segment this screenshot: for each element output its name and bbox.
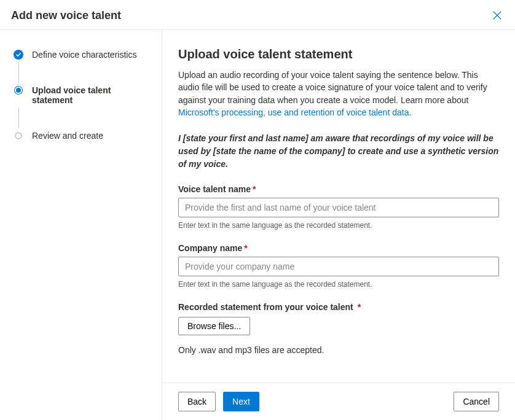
voice-talent-name-input[interactable] xyxy=(178,198,499,217)
company-name-label: Company name* xyxy=(178,243,248,253)
dialog-body: Define voice characteristics Upload voic… xyxy=(0,30,515,420)
step-connector xyxy=(18,62,19,83)
required-mark: * xyxy=(244,243,247,253)
required-mark: * xyxy=(253,184,256,194)
company-name-help: Enter text in the same language as the r… xyxy=(178,280,499,289)
close-icon xyxy=(493,11,501,20)
pending-step-icon xyxy=(15,132,22,139)
main-panel: Upload voice talent statement Upload an … xyxy=(162,30,515,420)
learn-more-link[interactable]: Microsoft's processing, use and retentio… xyxy=(178,107,411,117)
wizard-steps: Define voice characteristics Upload voic… xyxy=(0,30,162,420)
page-heading: Upload voice talent statement xyxy=(178,47,499,61)
step-review-and-create[interactable]: Review and create xyxy=(14,131,152,141)
back-button[interactable]: Back xyxy=(178,392,216,411)
step-upload-voice-talent-statement[interactable]: Upload voice talent statement xyxy=(14,85,152,105)
step-label: Define voice characteristics xyxy=(32,50,136,60)
dialog: Add new voice talent Define voice charac… xyxy=(0,0,515,420)
step-connector xyxy=(18,107,19,128)
required-mark: * xyxy=(358,302,361,312)
step-label: Upload voice talent statement xyxy=(32,85,152,105)
next-button[interactable]: Next xyxy=(223,392,259,411)
main-content: Upload voice talent statement Upload an … xyxy=(162,30,515,383)
dialog-title: Add new voice talent xyxy=(11,9,121,22)
footer-right: Cancel xyxy=(454,392,499,411)
cancel-button[interactable]: Cancel xyxy=(454,392,499,411)
intro-prefix: Upload an audio recording of your voice … xyxy=(178,70,487,105)
field-voice-talent-name: Voice talent name* Enter text in the sam… xyxy=(178,184,499,230)
accepted-formats-text: Only .wav and mp3 files are accepted. xyxy=(178,345,499,355)
step-label: Review and create xyxy=(32,131,103,141)
browse-files-button[interactable]: Browse files... xyxy=(178,317,250,335)
field-company-name: Company name* Enter text in the same lan… xyxy=(178,243,499,289)
voice-talent-name-help: Enter text in the same language as the r… xyxy=(178,221,499,230)
statement-text: I [state your first and last name] am aw… xyxy=(178,132,499,171)
recorded-statement-label: Recorded statement from your voice talen… xyxy=(178,302,361,312)
dialog-header: Add new voice talent xyxy=(0,0,515,30)
intro-text: Upload an audio recording of your voice … xyxy=(178,69,499,119)
footer-left: Back Next xyxy=(178,392,259,411)
close-button[interactable] xyxy=(490,9,504,22)
step-define-voice-characteristics[interactable]: Define voice characteristics xyxy=(14,50,152,60)
field-recorded-statement: Recorded statement from your voice talen… xyxy=(178,302,499,355)
company-name-input[interactable] xyxy=(178,257,499,276)
check-icon xyxy=(14,50,23,60)
dialog-footer: Back Next Cancel xyxy=(162,383,515,420)
current-step-icon xyxy=(15,87,22,94)
voice-talent-name-label: Voice talent name* xyxy=(178,184,256,194)
